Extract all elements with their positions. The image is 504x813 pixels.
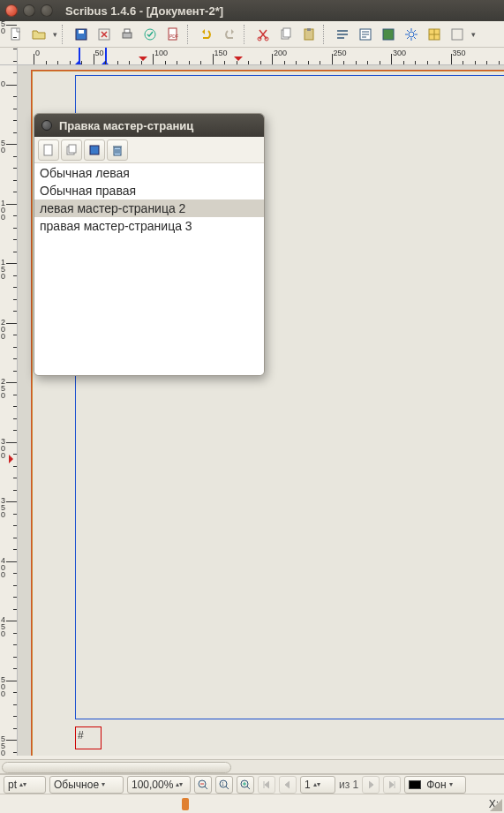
- status-bar: pt▴▾ Обычное▾ 100,00%▴▾ 1 1▴▾ из 1 Фон▾: [0, 774, 504, 794]
- duplicate-master-button[interactable]: [61, 139, 82, 161]
- paste-button[interactable]: [298, 24, 320, 45]
- master-page-item[interactable]: правая мастер-страница 3: [34, 217, 264, 235]
- indicator-marker: [141, 48, 148, 64]
- svg-rect-12: [283, 28, 290, 37]
- svg-rect-16: [383, 29, 394, 40]
- text-props-button[interactable]: [332, 24, 353, 45]
- panel-titlebar[interactable]: Правка мастер-страниц: [34, 114, 264, 137]
- close-doc-button[interactable]: [94, 24, 115, 45]
- frame-placeholder: #: [78, 729, 84, 741]
- last-page-button[interactable]: [383, 776, 401, 794]
- cut-button[interactable]: [252, 24, 274, 45]
- undo-button[interactable]: [196, 24, 217, 45]
- master-page-item[interactable]: левая мастер-страница 2: [34, 199, 264, 217]
- zoom-in-button[interactable]: [237, 776, 254, 794]
- zoom-out-button[interactable]: [194, 776, 212, 794]
- ruler-vertical[interactable]: 50050100150200250300350400450500550600: [0, 65, 18, 756]
- open-doc-button[interactable]: [28, 24, 49, 45]
- frame-button[interactable]: [447, 24, 468, 45]
- window-close-button[interactable]: [5, 4, 18, 17]
- master-pages-panel[interactable]: Правка мастер-страниц Обычная леваяОбычн…: [34, 113, 265, 376]
- window-minimize-button[interactable]: [23, 4, 35, 17]
- window-titlebar: Scribus 1.4.6 - [Документ-2*]: [0, 0, 504, 21]
- copy-button[interactable]: [275, 24, 297, 45]
- svg-rect-5: [124, 29, 130, 33]
- zoom-reset-button[interactable]: 1: [215, 776, 233, 794]
- panel-toolbar: [34, 137, 264, 163]
- zoom-value[interactable]: 100,00%▴▾: [127, 776, 191, 794]
- horizontal-scrollbar[interactable]: [0, 759, 504, 774]
- redo-button[interactable]: [219, 24, 240, 45]
- delete-master-button[interactable]: [107, 139, 128, 161]
- svg-rect-14: [307, 28, 311, 31]
- export-pdf-button[interactable]: PDF: [162, 24, 184, 45]
- zoom-mode-selector[interactable]: Обычное▾: [49, 776, 124, 794]
- svg-rect-20: [44, 145, 52, 155]
- svg-rect-0: [11, 28, 19, 40]
- text-frame[interactable]: #: [75, 726, 102, 749]
- ruler-horizontal[interactable]: 050100150200250300350: [18, 48, 504, 65]
- prev-page-button[interactable]: [279, 776, 297, 794]
- svg-text:1: 1: [222, 781, 224, 787]
- status-indicator-icon: [182, 798, 189, 810]
- svg-rect-23: [90, 146, 99, 154]
- save-button[interactable]: [71, 24, 92, 45]
- page-count-label: из 1: [339, 779, 358, 791]
- layer-color-swatch: [409, 780, 421, 789]
- svg-point-17: [409, 32, 414, 37]
- preflight-button[interactable]: [139, 24, 161, 45]
- unit-selector[interactable]: pt▴▾: [4, 776, 46, 794]
- master-page-item[interactable]: Обычная левая: [34, 164, 264, 182]
- panel-title-text: Правка мастер-страниц: [59, 119, 193, 132]
- page-number-input[interactable]: 1▴▾: [300, 776, 335, 794]
- new-master-button[interactable]: [38, 139, 59, 161]
- open-dropdown[interactable]: ▾: [51, 30, 58, 39]
- svg-rect-2: [79, 30, 84, 34]
- first-page-button[interactable]: [258, 776, 275, 794]
- image-edit-button[interactable]: [378, 24, 399, 45]
- window-resize-grip[interactable]: [490, 799, 502, 811]
- svg-rect-22: [69, 145, 76, 153]
- layer-selector[interactable]: Фон▾: [404, 776, 466, 794]
- new-doc-button[interactable]: [5, 24, 26, 45]
- indicator-marker: [237, 48, 244, 64]
- panel-close-button[interactable]: [41, 120, 52, 131]
- window-maximize-button[interactable]: [41, 4, 53, 17]
- master-pages-list[interactable]: Обычная леваяОбычная праваялевая мастер-…: [34, 163, 264, 375]
- window-title: Scribus 1.4.6 - [Документ-2*]: [65, 4, 223, 18]
- frame-dropdown[interactable]: ▾: [470, 30, 477, 39]
- ruler-origin[interactable]: [0, 48, 18, 65]
- next-page-button[interactable]: [362, 776, 380, 794]
- text-edit-button[interactable]: [355, 24, 376, 45]
- settings-button[interactable]: [401, 24, 422, 45]
- info-bar: X:: [0, 794, 504, 813]
- scrollbar-thumb[interactable]: [2, 762, 231, 773]
- svg-rect-4: [123, 33, 132, 38]
- svg-rect-19: [452, 29, 463, 40]
- table-button[interactable]: [424, 24, 445, 45]
- print-button[interactable]: [117, 24, 138, 45]
- main-toolbar: ▾ PDF ▾: [0, 21, 504, 48]
- master-page-item[interactable]: Обычная правая: [34, 182, 264, 199]
- import-master-button[interactable]: [84, 139, 105, 161]
- svg-text:PDF: PDF: [169, 34, 178, 39]
